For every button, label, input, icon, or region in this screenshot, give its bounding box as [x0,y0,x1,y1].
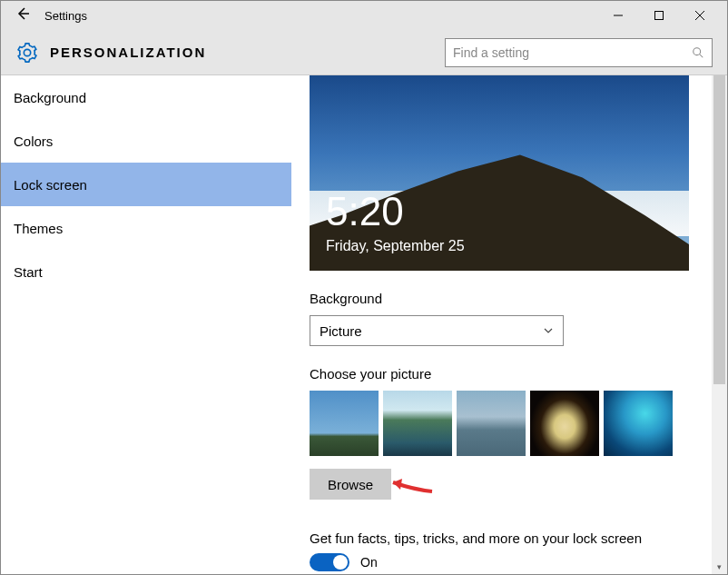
funfacts-state: On [360,555,378,570]
sidebar-item-colors[interactable]: Colors [1,119,291,163]
chevron-down-icon [543,325,554,336]
funfacts-label: Get fun facts, tips, tricks, and more on… [310,530,700,546]
svg-rect-0 [654,12,663,20]
choose-picture-label: Choose your picture [310,366,700,382]
preview-date: Friday, September 25 [326,238,465,254]
picture-thumb-2[interactable] [383,391,452,456]
preview-time: 5:20 [326,189,404,234]
close-button[interactable] [679,1,720,30]
search-placeholder: Find a setting [453,45,692,60]
annotation-arrow-1 [291,322,304,350]
sidebar-item-themes[interactable]: Themes [1,206,291,250]
sidebar-item-lock-screen[interactable]: Lock screen [1,163,291,206]
picture-thumbnails [310,391,700,456]
picture-thumb-3[interactable] [457,391,526,456]
funfacts-toggle[interactable] [310,553,349,571]
sidebar-item-start[interactable]: Start [1,250,291,293]
gear-icon [12,43,43,63]
sidebar-item-background[interactable]: Background [1,75,291,119]
annotation-arrow-3 [291,534,304,558]
search-icon [692,46,704,59]
picture-thumb-1[interactable] [310,391,379,456]
scroll-down-icon[interactable]: ▾ [712,559,727,574]
back-button[interactable] [8,5,37,26]
window-title: Settings [37,9,597,23]
browse-button[interactable]: Browse [310,469,391,500]
svg-point-1 [694,47,701,55]
sidebar: Background Colors Lock screen Themes Sta… [1,75,291,575]
maximize-button[interactable] [638,1,679,30]
scrollbar[interactable]: ▾ [712,75,727,574]
header: PERSONALIZATION Find a setting [1,30,727,75]
picture-thumb-5[interactable] [604,391,673,456]
lock-screen-preview: 5:20 Friday, September 25 [310,75,689,271]
background-dropdown[interactable]: Picture [310,315,564,346]
page-title: PERSONALIZATION [43,45,445,60]
titlebar: Settings [1,1,727,30]
dropdown-value: Picture [320,323,543,339]
background-label: Background [310,291,700,306]
scroll-thumb[interactable] [713,75,725,384]
search-input[interactable]: Find a setting [445,38,713,67]
picture-thumb-4[interactable] [530,391,599,456]
minimize-button[interactable] [597,1,638,30]
main-panel: 5:20 Friday, September 25 Background Pic… [291,75,727,575]
